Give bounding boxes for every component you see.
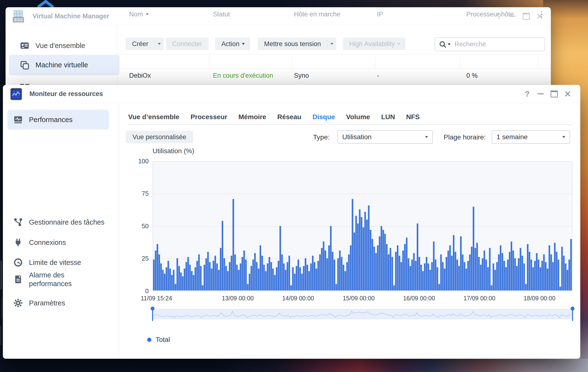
minimize-button[interactable] <box>534 87 547 101</box>
sidebar-item-parametres[interactable]: Paramètres <box>13 299 65 308</box>
tab-volume[interactable]: Volume <box>346 110 370 124</box>
sidebar-item-connexions[interactable]: Connexions <box>13 238 66 247</box>
vm-row-cpu: 0 % <box>466 69 478 82</box>
sidebar-item-limite-vitesse[interactable]: Limite de vitesse <box>13 258 81 267</box>
close-button[interactable] <box>561 87 575 101</box>
close-icon <box>565 91 571 97</box>
y-axis-tick: 0 <box>124 287 149 295</box>
vm-row-ip: - <box>377 69 379 82</box>
chevron-down-icon <box>242 43 245 45</box>
create-button[interactable]: Créer <box>126 38 164 50</box>
sidebar-item-machine-virtuelle[interactable]: Machine virtuelle <box>9 55 119 75</box>
tab-memoire[interactable]: Mémoire <box>239 110 266 124</box>
tab-lun[interactable]: LUN <box>381 110 395 124</box>
wallpaper-stroke <box>1 297 2 319</box>
close-button[interactable] <box>533 10 546 23</box>
vm-row-host: Syno <box>294 69 309 82</box>
sidebar-item-alarme[interactable]: Alarme des performances <box>13 271 110 288</box>
vm-row-status: En cours d'exécution <box>213 69 273 82</box>
sidebar-item-label: Gestionnaire des tâches <box>29 218 105 226</box>
chevron-down-icon <box>330 43 333 45</box>
column-header-ip[interactable]: IP <box>377 7 383 21</box>
column-divider <box>375 56 375 67</box>
wallpaper-bottom-band <box>0 359 588 372</box>
tab-divider <box>128 124 572 125</box>
rm-sidebar-divider <box>119 103 119 359</box>
type-select[interactable]: Utilisation <box>337 130 433 144</box>
rm-tab-bar: Vue d’ensemble Processeur Mémoire Réseau… <box>128 110 420 124</box>
help-button[interactable]: ? <box>520 87 534 101</box>
column-header-nom[interactable]: Nom <box>129 7 149 21</box>
minimap-waveform <box>153 309 572 319</box>
chevron-down-icon <box>397 43 400 45</box>
search-input[interactable] <box>454 40 545 48</box>
chart-legend[interactable]: Total <box>147 336 170 343</box>
sort-caret-icon <box>146 13 149 15</box>
column-header-hote[interactable]: Hôte en marche <box>294 7 340 21</box>
type-label: Type: <box>313 131 329 144</box>
power-on-button[interactable]: Mettre sous tension <box>258 38 336 50</box>
wallpaper-stroke <box>0 326 1 345</box>
sidebar-item-label: Machine virtuelle <box>35 61 88 69</box>
chart-title: Utilisation (%) <box>153 147 194 155</box>
report-icon <box>13 275 23 284</box>
vm-table-header <box>117 54 551 69</box>
x-axis-tick: 14/09 00:00 <box>282 295 314 302</box>
sidebar-item-performances[interactable]: Performances <box>8 110 109 130</box>
time-range-minimap[interactable] <box>153 309 573 319</box>
power-dropdown-arrow[interactable] <box>327 40 336 48</box>
tab-vue-densemble[interactable]: Vue d’ensemble <box>128 110 179 124</box>
performance-monitor-icon <box>13 115 23 124</box>
vm-row-name[interactable]: DebiOx <box>129 69 151 82</box>
disk-utilization-chart[interactable] <box>153 161 573 291</box>
sidebar-item-vue-densemble[interactable]: Vue d'ensemble <box>14 38 119 53</box>
sidebar-item-label: Paramètres <box>29 299 65 307</box>
column-header-statut[interactable]: Statut <box>213 7 230 21</box>
plug-icon <box>13 238 23 247</box>
search-icon <box>439 41 446 48</box>
time-range-select[interactable]: 1 semaine <box>492 130 570 144</box>
rm-window-title: Moniteur de ressources <box>30 85 103 103</box>
connect-button[interactable]: Connecter <box>166 38 209 50</box>
overview-card-icon <box>20 41 29 50</box>
column-header-cpu[interactable]: Processeur hôte <box>466 7 514 21</box>
maximize-icon <box>551 91 558 97</box>
chart-series-total <box>153 162 572 290</box>
custom-view-button[interactable]: Vue personnalisée <box>126 131 193 143</box>
task-manager-icon <box>13 217 23 227</box>
high-availability-button[interactable]: High Availability <box>343 38 406 50</box>
sidebar-item-gestionnaire[interactable]: Gestionnaire des tâches <box>13 217 105 227</box>
speed-gauge-icon <box>13 258 23 267</box>
tab-processeur[interactable]: Processeur <box>190 110 227 124</box>
x-axis-tick: 15/09 00:00 <box>343 295 375 302</box>
legend-dot-total <box>147 338 151 342</box>
column-settings-button[interactable] <box>541 7 542 21</box>
sidebar-item-label: Vue d'ensemble <box>35 42 85 50</box>
x-axis-tick: 11/09 15:24 <box>141 295 172 302</box>
action-button[interactable]: Action <box>215 38 250 50</box>
tab-disque[interactable]: Disque <box>312 110 335 124</box>
desktop: Virtual Machine Manager ? Vue d'ensemble… <box>0 0 588 372</box>
minimize-icon <box>537 93 544 94</box>
rm-app-icon <box>10 88 23 101</box>
rm-titlebar[interactable]: Moniteur de ressources ? <box>3 85 580 103</box>
gear-icon <box>13 299 23 308</box>
search-scope-caret[interactable] <box>448 43 451 45</box>
chevron-down-icon <box>425 136 428 138</box>
tab-reseau[interactable]: Réseau <box>277 110 302 124</box>
range-handle-right[interactable] <box>572 307 573 321</box>
time-range-value: 1 semaine <box>496 133 528 141</box>
column-divider <box>292 56 292 67</box>
maximize-button[interactable] <box>547 87 561 101</box>
range-handle-left[interactable] <box>152 307 153 321</box>
vmm-window-title: Virtual Machine Manager <box>32 7 109 25</box>
y-axis-tick: 50 <box>124 222 149 230</box>
type-select-value: Utilisation <box>342 133 371 141</box>
column-divider <box>209 56 209 67</box>
legend-label-total: Total <box>156 336 170 343</box>
search-box[interactable] <box>435 37 545 51</box>
maximize-button[interactable] <box>519 10 533 23</box>
tab-nfs[interactable]: NFS <box>406 110 420 124</box>
create-dropdown-arrow[interactable] <box>155 40 164 48</box>
y-axis-tick: 75 <box>124 189 149 197</box>
